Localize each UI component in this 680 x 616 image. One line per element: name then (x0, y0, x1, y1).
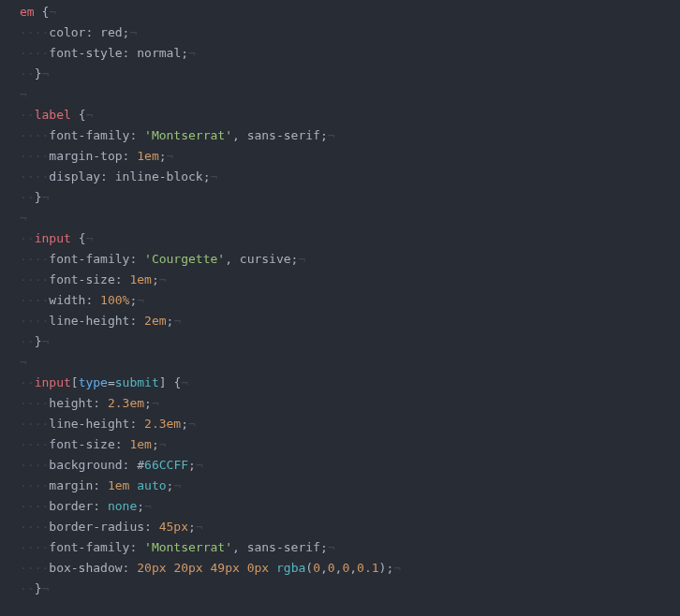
token-punc: ; (152, 437, 159, 451)
whitespace (269, 561, 276, 575)
indent-guide: ·· (20, 334, 35, 348)
code-line[interactable]: ····box-shadow: 20px 20px 49px 0px rgba(… (20, 558, 401, 579)
token-prop: background (49, 458, 122, 472)
token-sel: input (35, 375, 71, 389)
token-punc: , (349, 561, 357, 575)
token-punc: # (137, 458, 144, 472)
eol-marker: ¬ (41, 334, 49, 348)
token-num: 0.1 (357, 561, 378, 575)
code-line[interactable]: ····height: 2.3em;¬ (20, 393, 401, 414)
code-line[interactable]: ····width: 100%;¬ (20, 290, 401, 311)
token-num: 2.3em (144, 417, 181, 431)
code-line[interactable]: ····line-height: 2.3em;¬ (20, 414, 401, 434)
token-punc: : (93, 499, 100, 513)
code-line[interactable]: ····color: red;¬ (20, 22, 401, 43)
token-punc: ; (137, 499, 144, 513)
whitespace (137, 314, 144, 328)
indent-guide: ···· (20, 314, 49, 328)
token-prop: font-family (49, 128, 129, 142)
token-prop: line-height (49, 417, 129, 431)
code-line[interactable]: ····font-family: 'Courgette', cursive;¬ (20, 249, 401, 270)
eol-marker: ¬ (49, 5, 56, 19)
token-punc: ; (320, 128, 328, 142)
token-num: 1em (108, 478, 129, 492)
code-line[interactable]: ····border-radius: 45px;¬ (20, 517, 401, 537)
code-line[interactable]: ····font-style: normal;¬ (20, 43, 401, 64)
token-punc: , (225, 252, 232, 266)
whitespace (152, 520, 159, 534)
code-line[interactable]: ¬ (20, 352, 401, 373)
indent-guide: ···· (20, 396, 49, 410)
token-num: 2em (144, 314, 166, 328)
token-prop: font-family (49, 540, 129, 554)
token-num: 49px (211, 561, 240, 575)
code-line[interactable]: em {¬ (20, 2, 401, 22)
code-area[interactable]: em {¬····color: red;¬····font-style: nor… (8, 0, 401, 616)
code-line[interactable]: ····margin: 1em auto;¬ (20, 476, 401, 496)
code-line[interactable]: ····font-family: 'Montserrat', sans-seri… (20, 537, 401, 558)
token-prop: line-height (49, 314, 129, 328)
eol-marker: ¬ (152, 396, 159, 410)
indent-guide: ···· (20, 25, 49, 39)
token-num: 2.3em (108, 396, 144, 410)
whitespace (232, 252, 240, 266)
indent-guide: ···· (20, 293, 49, 307)
code-line[interactable]: ····font-size: 1em;¬ (20, 270, 401, 290)
token-punc: ; (144, 396, 152, 410)
token-punc: [ (71, 375, 79, 389)
whitespace (93, 25, 100, 39)
eol-marker: ¬ (85, 108, 93, 122)
indent-guide: ···· (20, 252, 49, 266)
token-sel: label (35, 108, 71, 122)
eol-marker: ¬ (328, 540, 335, 554)
code-line[interactable]: ····background: #66CCFF;¬ (20, 455, 401, 476)
code-line[interactable]: ¬ (20, 208, 401, 228)
code-line[interactable]: ····margin-top: 1em;¬ (20, 146, 401, 167)
token-punc: ; (320, 540, 328, 554)
token-num: 1em (137, 149, 158, 163)
code-line[interactable]: ··}¬ (20, 64, 401, 84)
token-fn: rgba (276, 561, 305, 575)
eol-marker: ¬ (129, 25, 137, 39)
token-punc: : (115, 272, 123, 286)
code-line[interactable]: ··input {¬ (20, 228, 401, 249)
token-sel: em (20, 5, 35, 19)
token-punc: ; (152, 272, 159, 286)
indent-guide: ···· (20, 46, 49, 60)
eol-marker: ¬ (144, 499, 152, 513)
token-punc: ; (188, 458, 196, 472)
token-num: 1em (129, 437, 151, 451)
code-line[interactable]: ¬ (20, 84, 401, 105)
whitespace (137, 252, 144, 266)
token-sel: input (35, 231, 71, 245)
code-line[interactable]: ····display: inline-block;¬ (20, 167, 401, 187)
token-prop: display (49, 169, 100, 183)
token-punc: : (100, 169, 108, 183)
code-line[interactable]: ··}¬ (20, 331, 401, 352)
code-editor[interactable]: em {¬····color: red;¬····font-style: nor… (0, 0, 680, 616)
code-line[interactable]: ··label {¬ (20, 105, 401, 125)
code-line[interactable]: ····font-family: 'Montserrat', sans-seri… (20, 125, 401, 146)
code-line[interactable]: ··}¬ (20, 187, 401, 208)
eol-marker: ¬ (173, 314, 181, 328)
token-prop: color (49, 25, 85, 39)
token-prop: border-radius (49, 520, 144, 534)
indent-guide: ···· (20, 169, 49, 183)
eol-marker: ¬ (137, 293, 144, 307)
indent-guide: ·· (20, 190, 35, 204)
token-kw: auto (137, 478, 166, 492)
token-prop: font-family (49, 252, 129, 266)
whitespace (100, 499, 108, 513)
eol-marker: ¬ (211, 169, 218, 183)
eol-marker: ¬ (393, 561, 401, 575)
token-prop: font-size (49, 272, 114, 286)
indent-guide: ···· (20, 520, 49, 534)
code-line[interactable]: ····border: none;¬ (20, 496, 401, 517)
code-line[interactable]: ····line-height: 2em;¬ (20, 311, 401, 331)
token-attr: type (79, 375, 108, 389)
code-line[interactable]: ··input[type=submit] {¬ (20, 373, 401, 393)
token-ident: sans-serif (247, 540, 320, 554)
code-line[interactable]: ····font-size: 1em;¬ (20, 434, 401, 455)
code-line[interactable]: ··}¬ (20, 579, 401, 599)
token-str: 'Montserrat' (144, 128, 232, 142)
